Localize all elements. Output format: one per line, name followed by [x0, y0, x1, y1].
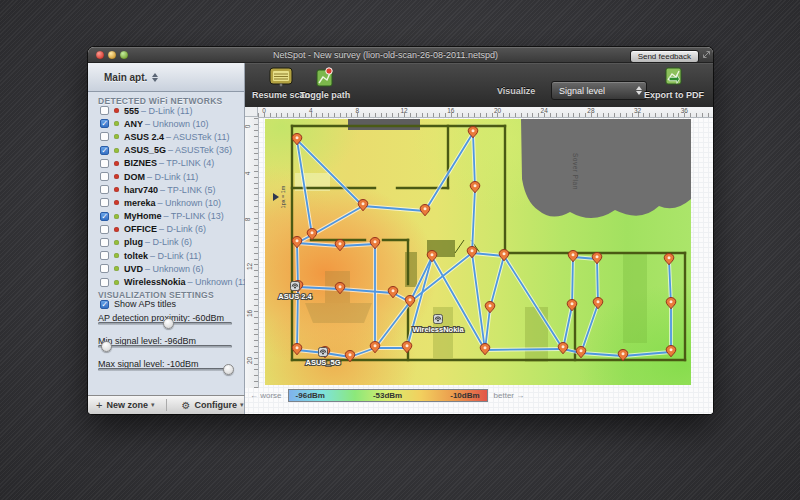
slider-thumb[interactable]: [223, 364, 234, 375]
visualize-dropdown[interactable]: Signal level: [551, 81, 647, 100]
network-checkbox[interactable]: [100, 132, 109, 141]
network-checkbox[interactable]: ✓: [100, 119, 109, 128]
signal-status-dot: [114, 134, 119, 139]
heatmap[interactable]: Sover Plan1px = 1mASUS 2.4ASUS_5GWireles…: [265, 119, 691, 385]
network-checkbox[interactable]: ✓: [100, 212, 109, 221]
export-pdf-icon: [662, 66, 686, 88]
network-vendor: – D-Link (11): [147, 172, 198, 182]
toggle-path-button[interactable]: Toggle path: [294, 66, 356, 100]
slider-track[interactable]: [98, 322, 232, 325]
network-item-WirelessNokia[interactable]: WirelessNokia– Unknown (11): [88, 275, 244, 288]
access-point-label: WirelessNokia: [412, 325, 464, 334]
zone-selector[interactable]: Main apt.: [88, 63, 244, 92]
survey-point-marker[interactable]: [335, 240, 345, 251]
v-ruler: 048121620: [245, 117, 259, 388]
network-name: ANY: [124, 119, 143, 129]
popup-arrows-icon: [152, 73, 158, 82]
network-checkbox[interactable]: [100, 185, 109, 194]
survey-point-marker[interactable]: [292, 344, 302, 355]
show-aps-checkbox[interactable]: ✓: [100, 300, 109, 309]
network-item-BIZNES[interactable]: BIZNES– TP-LINK (4): [88, 157, 244, 170]
close-window-icon[interactable]: [96, 51, 104, 59]
network-checkbox[interactable]: [100, 278, 109, 287]
access-point-marker[interactable]: ASUS 2.4: [278, 282, 312, 301]
network-item-OFFICE[interactable]: OFFICE– D-Link (6): [88, 223, 244, 236]
resize-window-icon[interactable]: [702, 50, 711, 59]
ruler-tick: 8: [356, 107, 360, 114]
plus-icon[interactable]: +: [96, 399, 102, 411]
ruler-tick: 12: [400, 107, 407, 114]
network-name: ASUS_5G: [124, 145, 166, 155]
network-checkbox[interactable]: [100, 106, 109, 115]
survey-point-marker[interactable]: [370, 238, 380, 249]
slider-thumb[interactable]: [101, 341, 112, 352]
gear-icon[interactable]: ⚙: [181, 400, 190, 411]
network-checkbox[interactable]: [100, 159, 109, 168]
network-item-ANY[interactable]: ✓ANY– Unknown (10): [88, 117, 244, 130]
slider-track[interactable]: [98, 368, 232, 371]
survey-point-marker[interactable]: [292, 237, 302, 248]
survey-point-marker[interactable]: [666, 298, 676, 309]
ruler-corner: [245, 107, 258, 117]
network-item-ASUS 2.4[interactable]: ASUS 2.4– ASUSTek (11): [88, 130, 244, 143]
ruler-tick: 12: [246, 263, 253, 270]
survey-point-marker[interactable]: [666, 346, 676, 357]
survey-point-marker[interactable]: [664, 254, 674, 265]
configure-button[interactable]: Configure: [194, 400, 237, 410]
network-vendor: – D-Link (11): [141, 106, 192, 116]
survey-point-marker[interactable]: [558, 343, 568, 354]
network-item-toltek[interactable]: toltek– D-Link (11): [88, 249, 244, 262]
network-checkbox[interactable]: [100, 251, 109, 260]
network-checkbox[interactable]: [100, 172, 109, 181]
show-aps-row[interactable]: ✓ Show APs titles: [100, 299, 176, 309]
survey-point-marker[interactable]: [402, 342, 412, 353]
survey-map[interactable]: Sover Plan1px = 1mASUS 2.4ASUS_5GWireles…: [265, 119, 691, 385]
new-zone-button[interactable]: New zone: [106, 400, 148, 410]
network-item-555[interactable]: 555– D-Link (11): [88, 104, 244, 117]
legend-stop-label: -96dBm: [296, 391, 325, 400]
survey-point-marker[interactable]: [576, 347, 586, 358]
survey-point-marker[interactable]: [592, 253, 602, 264]
network-checkbox[interactable]: [100, 238, 109, 247]
network-item-harv740[interactable]: harv740– TP-LINK (5): [88, 183, 244, 196]
ruler-tick: 36: [681, 107, 688, 114]
export-pdf-button[interactable]: Export to PDF: [643, 66, 705, 100]
network-checkbox[interactable]: [100, 198, 109, 207]
signal-status-dot: [114, 174, 119, 179]
zoom-window-icon[interactable]: [120, 51, 128, 59]
network-vendor: – D-Link (6): [159, 224, 206, 234]
network-item-UVD[interactable]: UVD– Unknown (6): [88, 262, 244, 275]
survey-point-marker[interactable]: [480, 344, 490, 355]
survey-point-marker[interactable]: [485, 302, 495, 313]
network-item-mereka[interactable]: mereka– Unknown (10): [88, 196, 244, 209]
access-point-marker[interactable]: WirelessNokia: [412, 315, 464, 334]
zone-selector-value: Main apt.: [104, 72, 147, 83]
survey-point-marker[interactable]: [420, 205, 430, 216]
survey-point-marker[interactable]: [568, 251, 578, 262]
signal-status-dot: [114, 200, 119, 205]
signal-status-dot: [114, 266, 119, 271]
minimize-window-icon[interactable]: [108, 51, 116, 59]
configure-caret-icon: ▾: [240, 401, 244, 409]
slider-track[interactable]: [98, 345, 232, 348]
network-item-MyHome[interactable]: ✓MyHome– TP-LINK (13): [88, 210, 244, 223]
network-item-ASUS_5G[interactable]: ✓ASUS_5G– ASUSTek (36): [88, 144, 244, 157]
network-item-DOM[interactable]: DOM– D-Link (11): [88, 170, 244, 183]
title-bar[interactable]: NetSpot - New survey (lion-old-scan-26-0…: [88, 47, 713, 63]
ruler-tick: 32: [634, 107, 641, 114]
ruler-tick: 8: [244, 218, 251, 222]
network-checkbox[interactable]: [100, 225, 109, 234]
network-checkbox[interactable]: [100, 264, 109, 273]
access-point-label: ASUS 2.4: [278, 292, 312, 301]
network-name: DOM: [124, 172, 145, 182]
network-vendor: – TP-LINK (5): [160, 185, 215, 195]
slider-thumb[interactable]: [163, 318, 174, 329]
send-feedback-button[interactable]: Send feedback: [630, 50, 699, 63]
signal-status-dot: [114, 187, 119, 192]
network-item-plug[interactable]: plug– D-Link (6): [88, 236, 244, 249]
network-checkbox[interactable]: ✓: [100, 146, 109, 155]
map-view[interactable]: 04812162024283236 048121620 Sover Plan1p…: [245, 107, 713, 414]
survey-point-marker[interactable]: [593, 298, 603, 309]
sidebar: Main apt. DETECTED WiFi NETWORKS 555– D-…: [88, 63, 245, 395]
survey-point-marker[interactable]: [470, 182, 480, 193]
